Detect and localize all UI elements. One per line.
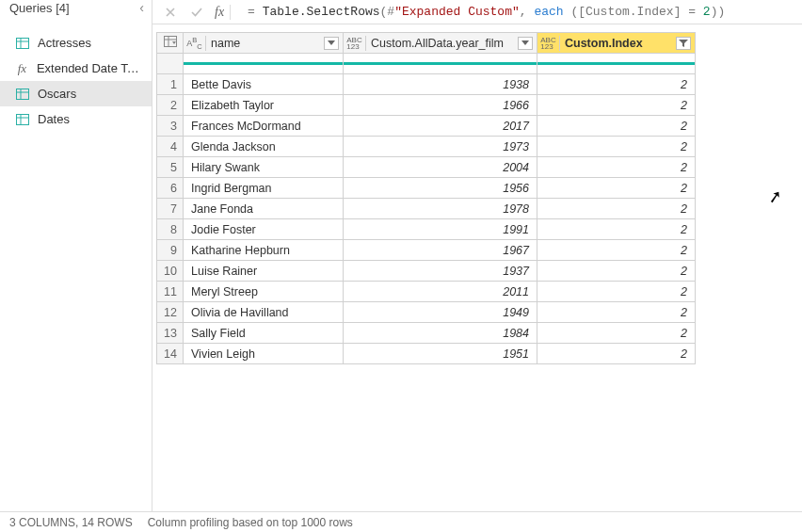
table-row[interactable]: 11Meryl Streep20112 [157,282,696,302]
row-number[interactable]: 3 [157,116,184,137]
column-filter-name[interactable] [324,37,339,50]
cell-index[interactable]: 2 [537,157,696,178]
table-row[interactable]: 8Jodie Foster19912 [157,219,696,240]
cell-name[interactable]: Katharine Hepburn [184,240,344,261]
table-row[interactable]: 5Hilary Swank20042 [157,157,696,178]
column-filter-year[interactable] [518,37,533,50]
cell-year[interactable]: 1966 [344,95,537,116]
table-row[interactable]: 9Katharine Hepburn19672 [157,240,696,261]
cell-year[interactable]: 2004 [344,157,537,178]
status-summary: 3 COLUMNS, 14 ROWS [9,516,133,529]
table-row[interactable]: 14Vivien Leigh19512 [157,344,696,364]
row-number[interactable]: 14 [157,344,184,364]
column-header-name[interactable]: ABC name [184,33,344,54]
cell-name[interactable]: Jodie Foster [184,219,344,240]
queries-title: Queries [4] [9,1,70,15]
sidebar-item-label: Actresses [38,35,91,51]
table-row[interactable]: 1Bette Davis19382 [157,74,696,95]
table-corner-button[interactable] [157,33,184,54]
cell-year[interactable]: 1967 [344,240,537,261]
sidebar-item-actresses[interactable]: Actresses [0,30,152,56]
cell-name[interactable]: Meryl Streep [184,282,344,302]
cell-year[interactable]: 1938 [344,74,537,95]
row-number[interactable]: 5 [157,157,184,178]
data-grid: ABC name ABC123 Custom. [156,32,696,364]
cell-name[interactable]: Sally Field [184,323,344,344]
row-number[interactable]: 12 [157,302,184,323]
row-number[interactable]: 10 [157,261,184,282]
cell-year[interactable]: 1937 [344,261,537,282]
cell-index[interactable]: 2 [537,74,696,95]
cell-index[interactable]: 2 [537,199,696,219]
cell-name[interactable]: Olivia de Havilland [184,302,344,323]
cell-index[interactable]: 2 [537,282,696,302]
cell-year[interactable]: 1951 [344,344,537,364]
formula-input[interactable]: = Table.SelectRows(#"Expanded Custom", e… [242,2,796,22]
svg-marker-14 [521,40,529,45]
cell-year[interactable]: 2017 [344,116,537,137]
row-number[interactable]: 8 [157,219,184,240]
row-number[interactable]: 2 [157,95,184,116]
cell-year[interactable]: 1991 [344,219,537,240]
fx-icon[interactable]: fx [215,5,231,20]
cell-index[interactable]: 2 [537,219,696,240]
sidebar-item-label: Oscars [38,86,76,102]
formula-bar: fx = Table.SelectRows(#"Expanded Custom"… [152,0,802,24]
table-row[interactable]: 6Ingrid Bergman19562 [157,178,696,199]
table-row[interactable]: 13Sally Field19842 [157,323,696,344]
svg-rect-6 [17,114,29,124]
cell-name[interactable]: Ingrid Bergman [184,178,344,199]
cell-index[interactable]: 2 [537,137,696,157]
cell-index[interactable]: 2 [537,302,696,323]
cell-name[interactable]: Luise Rainer [184,261,344,282]
row-number[interactable]: 4 [157,137,184,157]
row-number[interactable]: 11 [157,282,184,302]
cell-index[interactable]: 2 [537,95,696,116]
cell-index[interactable]: 2 [537,261,696,282]
cell-year[interactable]: 1949 [344,302,537,323]
cell-name[interactable]: Frances McDormand [184,116,344,137]
cell-index[interactable]: 2 [537,178,696,199]
sidebar-item-dates[interactable]: Dates [0,106,152,132]
cell-name[interactable]: Elizabeth Taylor [184,95,344,116]
cell-year[interactable]: 1984 [344,323,537,344]
svg-rect-3 [17,89,29,99]
column-filter-index[interactable] [676,37,691,50]
collapse-sidebar-icon[interactable]: ‹ [139,1,144,14]
row-number[interactable]: 7 [157,199,184,219]
type-text-icon: ABC [187,36,206,51]
cell-name[interactable]: Jane Fonda [184,199,344,219]
cell-year[interactable]: 1956 [344,178,537,199]
table-row[interactable]: 10Luise Rainer19372 [157,261,696,282]
cell-name[interactable]: Vivien Leigh [184,344,344,364]
column-header-index[interactable]: ABC123 Custom.Index [537,33,696,54]
svg-marker-13 [328,40,335,45]
commit-formula-icon[interactable] [188,4,205,21]
row-number[interactable]: 1 [157,74,184,95]
table-row[interactable]: 7Jane Fonda19782 [157,199,696,219]
row-number[interactable]: 9 [157,240,184,261]
cell-index[interactable]: 2 [537,323,696,344]
sidebar-item-oscars[interactable]: Oscars [0,81,152,106]
cancel-formula-icon[interactable] [162,4,179,21]
table-icon [15,37,30,50]
cell-index[interactable]: 2 [537,116,696,137]
row-number[interactable]: 13 [157,323,184,344]
table-row[interactable]: 3Frances McDormand20172 [157,116,696,137]
cell-index[interactable]: 2 [537,344,696,364]
table-row[interactable]: 12Olivia de Havilland19492 [157,302,696,323]
cell-year[interactable]: 1978 [344,199,537,219]
column-header-year[interactable]: ABC123 Custom.AllData.year_film [344,33,537,54]
row-number[interactable]: 6 [157,178,184,199]
type-any-icon: ABC123 [347,36,366,51]
cell-year[interactable]: 2011 [344,282,537,302]
cell-year[interactable]: 1973 [344,137,537,157]
table-icon [15,113,30,126]
cell-index[interactable]: 2 [537,240,696,261]
table-row[interactable]: 2Elizabeth Taylor19662 [157,95,696,116]
table-row[interactable]: 4Glenda Jackson19732 [157,137,696,157]
cell-name[interactable]: Glenda Jackson [184,137,344,157]
cell-name[interactable]: Hilary Swank [184,157,344,178]
cell-name[interactable]: Bette Davis [184,74,344,95]
sidebar-item-extended-date-table[interactable]: fxExtended Date Table [0,56,152,81]
